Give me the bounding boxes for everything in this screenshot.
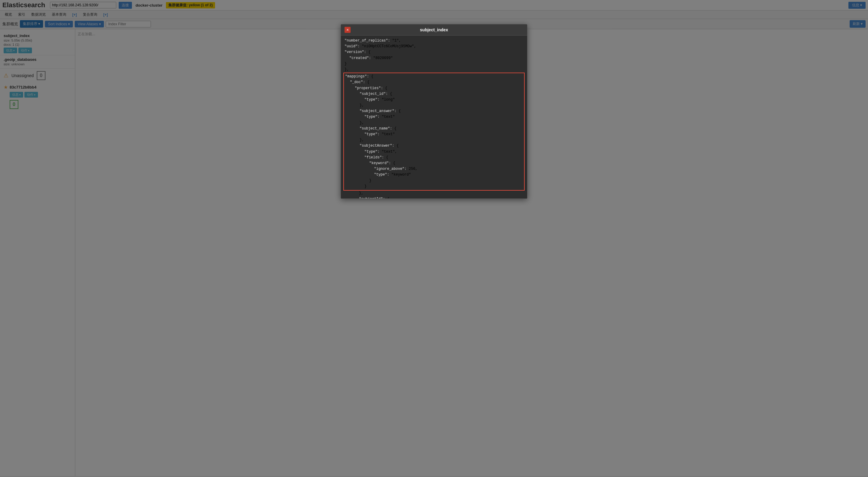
modal-overlay: × subject_index "number_of_replicas": "1… (0, 0, 868, 476)
modal-close-button[interactable]: × (345, 27, 350, 33)
modal-header: × subject_index (341, 24, 527, 35)
modal-body[interactable]: "number_of_replicas": "1","uuid": "niOHp… (341, 35, 527, 198)
modal-title: subject_index (420, 27, 448, 32)
modal-dialog: × subject_index "number_of_replicas": "1… (341, 24, 527, 199)
